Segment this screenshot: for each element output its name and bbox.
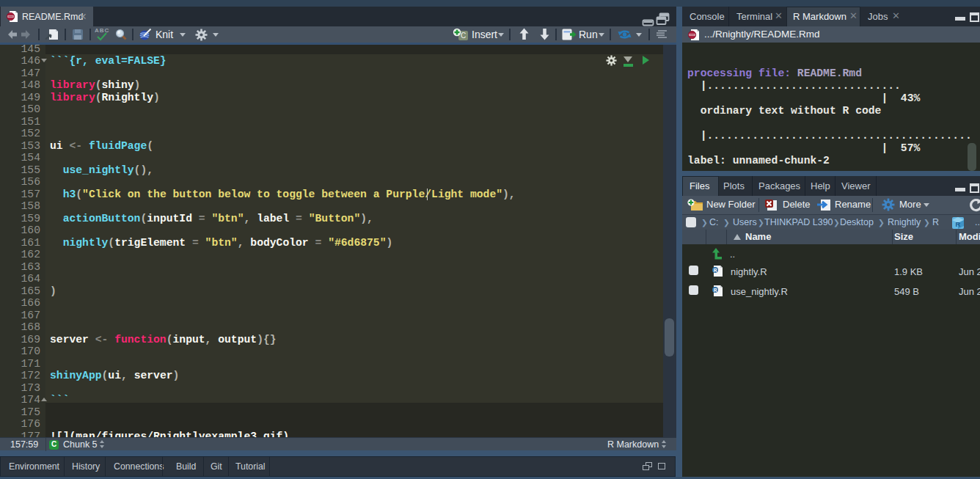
svg-text:R: R (714, 268, 717, 273)
svg-text:R: R (956, 220, 961, 228)
svg-text:C: C (461, 32, 466, 40)
svg-text:R: R (714, 288, 717, 293)
